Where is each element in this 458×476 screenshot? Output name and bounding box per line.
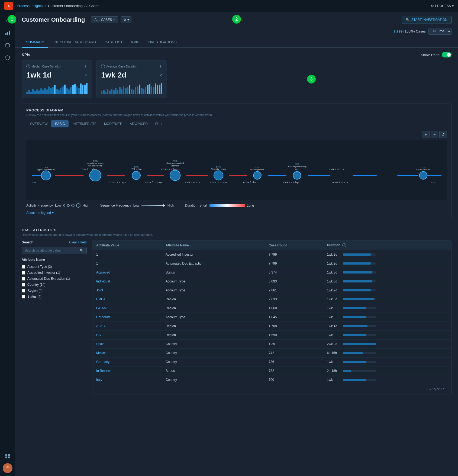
dtab-advanced[interactable]: ADVANCED <box>126 120 151 127</box>
filter-header: Search Clear Filters <box>22 240 87 244</box>
checkbox-region[interactable]: Region (4) <box>22 288 87 294</box>
reset-view-button[interactable]: ↺ <box>439 131 447 138</box>
cell-attribute-value[interactable]: Italy <box>92 375 162 384</box>
sidebar-item-database[interactable] <box>2 40 13 51</box>
kpi-menu-icon[interactable]: ⋮ <box>84 64 88 69</box>
prev-page-button[interactable]: ‹ <box>423 387 425 391</box>
zoom-out-button[interactable]: − <box>431 131 438 138</box>
page-info: 1 – 15 of 27 <box>427 387 444 391</box>
show-trend-toggle[interactable] <box>442 52 451 57</box>
cell-attribute-value: 1 <box>92 259 162 268</box>
chevron-down-icon: ▾ <box>113 18 115 21</box>
start-investigation-button[interactable]: 🔍 START INVESTIGATION <box>402 16 451 24</box>
checkbox-status[interactable]: Status (4) <box>22 294 87 300</box>
sidebar-item-chart[interactable] <box>2 27 13 38</box>
clear-filters-link[interactable]: Clear Filters <box>69 240 87 244</box>
svg-point-38 <box>170 170 180 181</box>
cases-count: 7,799 (100%) Cases <box>394 29 426 33</box>
all-cases-button[interactable]: ALL CASES ▾ <box>91 16 118 23</box>
cell-attribute-value[interactable]: In Review <box>92 366 162 375</box>
about-legend-link[interactable]: About the legend ▾ <box>26 211 447 215</box>
table-row: MexicoCountry7426d 15h <box>92 349 451 358</box>
search-input[interactable] <box>25 249 78 252</box>
table-row: In ReviewStatus7322d 18h <box>92 366 451 375</box>
sidebar-avatar[interactable] <box>3 463 12 473</box>
table-row: EMEARegion2,6331wk 5d <box>92 295 451 304</box>
cell-attribute-value[interactable]: US <box>92 331 162 340</box>
svg-rect-0 <box>5 33 7 35</box>
top-nav: A Process Insights > Customer Onboarding… <box>0 0 458 12</box>
kpis-title: KPIs <box>22 53 30 57</box>
diagram-controls: + − ↺ <box>26 131 447 138</box>
table-row: CorporateAccount Type1,8451wk <box>92 313 451 322</box>
cell-attribute-value[interactable]: Individual <box>92 277 162 286</box>
tab-executive[interactable]: EXECUTIVE DASHBOARD <box>48 37 100 48</box>
tab-investigations[interactable]: INVESTIGATIONS <box>143 37 181 48</box>
cell-attribute-value[interactable]: LATAM <box>92 304 162 313</box>
cell-attribute-value[interactable]: APAC <box>92 322 162 331</box>
dtab-overview[interactable]: OVERVIEW <box>26 120 51 127</box>
info-icon: i <box>26 65 30 68</box>
cell-attribute-value[interactable]: Joint <box>92 286 162 295</box>
expand-icon[interactable]: ⤢ <box>160 73 162 77</box>
svg-text:compliance chec...: compliance chec... <box>87 162 104 164</box>
cell-attribute-name: Accredited Investor <box>162 250 265 259</box>
dtab-full[interactable]: FULL <box>151 120 167 127</box>
svg-text:Notify approval: Notify approval <box>250 168 264 171</box>
settings-button[interactable]: ⚙ ▾ <box>121 16 131 23</box>
col-attribute-value: Attribute Value <box>92 240 162 250</box>
case-attrs-title: CASE ATTRIBUTES <box>22 224 451 233</box>
svg-text:5.02K / 1.7 days: 5.02K / 1.7 days <box>109 181 126 184</box>
cell-attribute-value[interactable]: Germany <box>92 358 162 366</box>
dtab-basic[interactable]: BASIC <box>51 120 69 127</box>
svg-point-31 <box>89 170 101 181</box>
svg-text:Account funded: Account funded <box>416 168 430 171</box>
tab-kpis[interactable]: KPIs <box>127 37 143 48</box>
kpi-card-median: i Median Case Duration ⋮ 1wk 1d ⤢ <box>22 60 92 98</box>
dtab-intermediate[interactable]: INTERMEDIATE <box>69 120 100 127</box>
next-page-button[interactable]: › <box>446 387 447 391</box>
diagram-legend: Activity Frequency Low High Sequence Fre… <box>26 200 447 210</box>
kpi-menu-icon[interactable]: ⋮ <box>159 64 162 69</box>
checkbox-accredited-investor[interactable]: Accredited Investor (1) <box>22 270 87 276</box>
checkbox-automated-doc[interactable]: Automated Doc Extraction (1) <box>22 276 87 282</box>
appian-logo: A <box>4 2 13 10</box>
col-attribute-name[interactable]: Attribute Name <box>162 240 265 250</box>
cell-attribute-value[interactable]: Mexico <box>92 349 162 358</box>
cell-duration: 2wk 2d <box>323 340 451 349</box>
cell-attribute-value[interactable]: Corporate <box>92 313 162 322</box>
col-case-count: Case Count <box>265 240 323 250</box>
attrs-layout: Search Clear Filters 🔍 Attribute Name Ac… <box>22 240 451 394</box>
cell-duration: 1wk 3d <box>323 268 451 277</box>
svg-text:3.69K: 3.69K <box>134 166 139 168</box>
dtab-moderate[interactable]: MODERATE <box>100 120 126 127</box>
checkbox-country[interactable]: Country (14) <box>22 282 87 288</box>
time-select[interactable]: All Time <box>428 28 451 35</box>
cell-attribute-value[interactable]: EMEA <box>92 295 162 304</box>
sidebar-item-shield[interactable] <box>2 52 13 63</box>
process-menu[interactable]: ⚙ PROCESS ▾ <box>431 4 454 8</box>
kpis-section-header: KPIs Show Trend <box>22 48 451 60</box>
checkbox-account-type[interactable]: Account Type (3) <box>22 264 87 270</box>
table-row: USRegion1,5901wk <box>92 331 451 340</box>
breadcrumb-link[interactable]: Process Insights <box>17 4 43 8</box>
cell-attribute-name: Country <box>162 349 265 358</box>
zoom-in-button[interactable]: + <box>422 131 430 138</box>
tab-summary[interactable]: SUMMARY <box>22 37 48 48</box>
cell-attribute-value[interactable]: Approved <box>92 268 162 277</box>
cell-attribute-name: Account Type <box>162 286 265 295</box>
kpi-cards: i Median Case Duration ⋮ 1wk 1d ⤢ <box>22 60 451 98</box>
svg-point-45 <box>253 172 261 179</box>
cell-attribute-value[interactable]: Spain <box>92 340 162 349</box>
circle-sm-med <box>67 204 70 207</box>
sidebar-item-grid[interactable] <box>2 451 13 462</box>
cell-case-count: 700 <box>265 375 323 384</box>
svg-text:3.58K / 17.2 hs: 3.58K / 17.2 hs <box>185 181 200 184</box>
cell-attribute-name: Country <box>162 358 265 366</box>
cell-case-count: 7,799 <box>265 259 323 268</box>
expand-icon[interactable]: ⤢ <box>85 73 88 77</box>
svg-text:6.38K: 6.38K <box>93 160 98 162</box>
page-header: 1 Customer Onboarding ALL CASES ▾ ⚙ ▾ 2 … <box>15 12 458 27</box>
step-2-badge: 2 <box>232 15 241 24</box>
tab-caselist[interactable]: CASE LIST <box>100 37 127 48</box>
